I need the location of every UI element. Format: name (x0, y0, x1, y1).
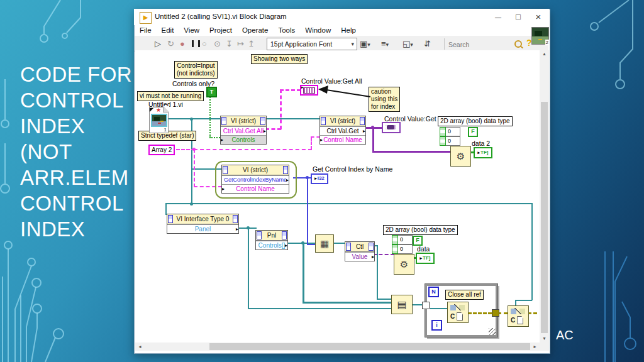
search-input[interactable] (445, 39, 510, 50)
menu-operate[interactable]: Operate (237, 25, 274, 36)
false-constant-bottom[interactable]: F (413, 236, 423, 246)
step-into-icon[interactable]: ↧ (226, 39, 233, 48)
close-reference-node-2[interactable]: C (508, 305, 529, 327)
index-selector[interactable] (440, 136, 446, 146)
wire-string-to-prop2[interactable] (311, 136, 320, 138)
wire-getall-out[interactable] (265, 128, 281, 130)
variant-to-data-node-top[interactable]: ⚙ (450, 146, 471, 167)
menu-edit[interactable]: Edit (157, 25, 179, 36)
wire-panel-ref-down[interactable] (248, 228, 249, 309)
menu-project[interactable]: Project (204, 25, 237, 36)
menu-help[interactable]: Help (336, 25, 361, 36)
menu-window[interactable]: Window (300, 25, 336, 36)
index-selector[interactable] (392, 235, 398, 244)
wire-panel-ref-to-build[interactable] (248, 308, 392, 309)
loop-input-tunnel[interactable] (422, 302, 430, 309)
loop-error-tunnel[interactable] (492, 309, 499, 317)
search-icon[interactable] (514, 40, 522, 48)
wire-index-to-indexarray[interactable] (307, 244, 316, 245)
property-row-controls-array[interactable]: Controls[] (256, 241, 287, 250)
wire-ctl-ref[interactable] (333, 243, 345, 244)
vertical-scrollbar-thumb[interactable] (541, 102, 548, 333)
menu-tools[interactable]: Tools (273, 25, 300, 36)
wire-ctl-ref-to-build[interactable] (377, 299, 392, 300)
loop-resize-handle[interactable] (489, 328, 496, 335)
retain-wire-values-icon[interactable]: ⊙ (214, 39, 221, 48)
label-array2[interactable]: Array 2 (148, 145, 175, 155)
abort-icon[interactable]: ● (180, 39, 185, 48)
indicator-control-value-get[interactable] (382, 122, 401, 133)
property-row-control-name[interactable]: Control Name (222, 184, 289, 193)
step-out-icon[interactable]: ↥ (248, 39, 255, 48)
scroll-right-arrow[interactable]: ▸ (531, 344, 539, 349)
true-constant[interactable]: T (206, 87, 217, 97)
property-node-ctrl-val-get[interactable]: VI (strict) Ctrl Val.Get Control Name (319, 116, 366, 145)
font-selector[interactable]: 15pt Application Font (267, 38, 357, 50)
close-button[interactable] (528, 9, 548, 25)
property-row-getcontrolindexbyname[interactable]: GetControlIndexByName (222, 175, 289, 184)
property-row-controls[interactable]: Controls (221, 135, 266, 144)
wire-controls-array-to-build[interactable] (303, 302, 392, 304)
array-index-constant-bottom[interactable]: 0 0 (392, 235, 413, 254)
index-value[interactable]: 0 (446, 127, 460, 136)
property-node-ctl[interactable]: Ctl Value (345, 241, 375, 261)
scroll-down-arrow[interactable]: ▾ (540, 336, 549, 341)
reorder-icon[interactable]: ⇵ (424, 39, 431, 48)
wire-variant-to-gear[interactable] (372, 151, 452, 153)
index-array-node[interactable]: ▦ (315, 234, 334, 253)
property-row-value[interactable]: Value (345, 252, 374, 261)
run-icon[interactable]: ▷ (155, 39, 161, 48)
array-index-constant-top[interactable]: 0 0 (440, 127, 460, 146)
wire-error-3[interactable] (528, 312, 537, 314)
index-selector[interactable] (392, 244, 398, 254)
menu-file[interactable]: File (135, 25, 157, 36)
wire-vi-ref-to-close2a[interactable] (515, 300, 532, 301)
wire-vi-ref-right-down[interactable] (531, 203, 533, 300)
wire-controls-array-down[interactable] (303, 243, 304, 303)
static-vi-reference[interactable]: 1 (148, 106, 169, 133)
property-node-pnl[interactable]: Pnl Controls[] (255, 230, 288, 250)
resize-objects-icon[interactable]: ◱▾ (402, 39, 413, 48)
wire-string-up[interactable] (311, 137, 312, 150)
wire-vi-ref-1[interactable] (169, 118, 220, 119)
run-continuous-icon[interactable]: ↻ (167, 39, 174, 48)
pause-icon[interactable] (192, 40, 200, 47)
distribute-objects-icon[interactable]: ≡▾ (381, 39, 389, 48)
indicator-data[interactable]: TF] (416, 253, 435, 264)
property-row-control-name[interactable]: Control Name (320, 135, 365, 144)
index-selector[interactable] (440, 127, 446, 136)
property-row-ctrl-val-get[interactable]: Ctrl Val.Get (320, 126, 365, 135)
loop-count-terminal[interactable]: N (428, 287, 439, 297)
property-node-ctrl-val-get-all[interactable]: VI (strict) Ctrl Val.Get All Controls (220, 116, 267, 145)
close-reference-node-1[interactable]: C (447, 302, 469, 323)
wire-value-to-gear2[interactable] (373, 254, 394, 255)
index-value[interactable]: 0 (446, 136, 460, 146)
property-node-vi-interface[interactable]: VI Interface Type 0 Panel (167, 214, 239, 234)
wire-getall-to-ind[interactable] (280, 89, 301, 91)
highlight-execution-icon[interactable]: ○ (202, 39, 207, 48)
horizontal-scrollbar-thumb[interactable] (209, 343, 530, 350)
indicator-control-value-get-all[interactable] (300, 85, 318, 96)
wire-getall-up[interactable] (280, 89, 282, 129)
index-value[interactable]: 0 (398, 235, 413, 244)
wire-index-down[interactable] (307, 177, 308, 245)
index-value[interactable]: 0 (398, 244, 413, 254)
wire-string-right[interactable] (194, 149, 312, 150)
scroll-left-arrow[interactable]: ◂ (136, 344, 144, 349)
property-row-panel[interactable]: Panel (167, 224, 238, 233)
step-over-icon[interactable]: ↦ (237, 39, 244, 48)
align-objects-icon[interactable]: ▣▾ (360, 39, 370, 48)
vi-icon-badge[interactable]: 2 (531, 27, 549, 45)
false-constant-top[interactable]: F (468, 127, 478, 137)
loop-iteration-terminal[interactable]: i (431, 320, 442, 331)
search-field[interactable] (444, 38, 511, 50)
scroll-up-arrow[interactable]: ▴ (540, 51, 549, 57)
wire-string-down[interactable] (194, 149, 195, 187)
minimize-button[interactable] (488, 9, 508, 25)
wire-bool-down[interactable] (209, 95, 211, 138)
maximize-button[interactable] (508, 9, 528, 25)
indicator-data2[interactable]: TF] (474, 147, 492, 158)
menu-view[interactable]: View (179, 25, 204, 36)
build-array-node[interactable]: ▤ (391, 295, 413, 314)
wire-variant-down[interactable] (372, 127, 374, 152)
